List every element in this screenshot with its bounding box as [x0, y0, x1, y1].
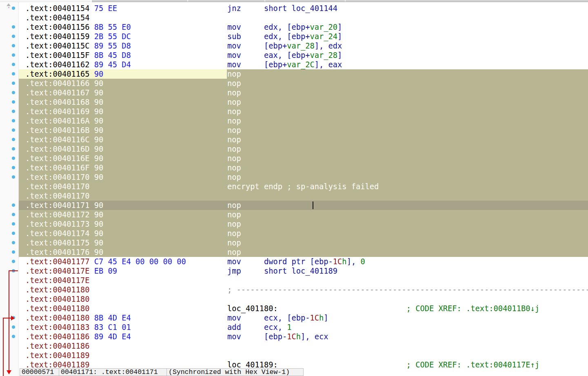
line-marker-dot-icon	[12, 250, 15, 254]
asm-text-segment	[103, 201, 227, 210]
asm-row[interactable]: .text:00401175 90 nop	[18, 238, 588, 248]
line-marker-dot-icon	[12, 325, 15, 329]
asm-row[interactable]: .text:00401154 75 EE jnz short loc_40114…	[18, 4, 588, 13]
asm-text-segment: 1	[287, 323, 291, 332]
asm-text-segment: nop	[227, 79, 241, 88]
asm-text-segment	[103, 98, 227, 106]
asm-row[interactable]: .text:0040116E 90 nop	[18, 154, 588, 163]
asm-row[interactable]: .text:00401166 90 nop	[18, 79, 588, 88]
asm-text-segment: ]	[337, 23, 342, 31]
asm-text-segment	[103, 173, 227, 181]
asm-text-segment: h	[342, 257, 346, 266]
asm-row[interactable]: .text:00401171 90 nop	[18, 201, 588, 210]
asm-row[interactable]: .text:00401165 90 nop	[18, 69, 588, 79]
asm-text-segment: .text:00401156	[25, 23, 94, 31]
ida-disassembly-view: .text:00401154 75 EE jnz short loc_40114…	[0, 0, 588, 376]
toolbar-divider	[345, 0, 346, 2]
asm-row[interactable]: .text:00401174 90 nop	[18, 229, 588, 238]
asm-text-segment: nop	[227, 210, 241, 219]
toolbar-strip-left	[0, 0, 91, 2]
asm-text-segment: 83 C1 01	[94, 323, 131, 332]
asm-text-segment: mov eax, [ebp+	[227, 51, 310, 60]
asm-row[interactable]: .text:00401154	[18, 13, 588, 22]
asm-text-segment	[131, 32, 227, 41]
status-offset: 00000571	[20, 369, 59, 376]
asm-row[interactable]: .text:0040116B 90 nop	[18, 126, 588, 135]
asm-text-segment	[103, 220, 227, 228]
asm-row[interactable]: .text:00401186	[18, 341, 588, 351]
asm-text-segment: nop	[227, 239, 241, 247]
asm-text-segment: nop	[227, 229, 241, 238]
asm-row[interactable]: .text:00401170 90 nop	[18, 173, 588, 182]
asm-row[interactable]: .text:00401170	[18, 191, 588, 201]
asm-text-segment: .text:00401166 90	[25, 79, 103, 88]
asm-text-segment: nop	[227, 98, 241, 106]
asm-row[interactable]: .text:0040117E	[18, 276, 588, 285]
asm-text-segment: .text:00401168 90	[25, 98, 103, 106]
asm-row[interactable]: .text:00401167 90 nop	[18, 88, 588, 97]
asm-text-segment	[103, 107, 227, 116]
asm-text-segment: .text:00401154	[25, 13, 90, 22]
asm-row[interactable]: .text:00401189	[18, 351, 588, 360]
asm-text-segment	[103, 154, 227, 163]
asm-row[interactable]: .text:00401156 8B 55 E0 mov edx, [ebp+va…	[18, 22, 588, 32]
asm-text-segment	[131, 23, 227, 31]
asm-row[interactable]: .text:00401172 90 nop	[18, 210, 588, 219]
asm-text-segment: nop	[227, 173, 241, 181]
asm-text-segment: mov [ebp+	[227, 60, 287, 69]
asm-rows-container: .text:00401154 75 EE jnz short loc_40114…	[18, 4, 588, 369]
asm-text-segment: encrypt endp ; sp-analysis failed	[227, 182, 379, 191]
asm-text-segment	[278, 361, 406, 369]
asm-row[interactable]: .text:0040117E EB 09 jmp short loc_40118…	[18, 266, 588, 276]
asm-row[interactable]: .text:0040116C 90 nop	[18, 135, 588, 144]
asm-text-segment	[103, 145, 227, 153]
line-marker-dot-icon	[12, 100, 15, 104]
asm-row[interactable]: .text:00401177 C7 45 E4 00 00 00 00 mov …	[18, 257, 588, 266]
asm-text-segment: .text:00401186	[25, 342, 90, 350]
asm-text-segment: 1C	[333, 257, 342, 266]
status-address: 00401171: .text:00401171	[59, 369, 166, 376]
line-marker-dot-icon	[12, 260, 15, 263]
asm-text-segment	[131, 314, 227, 322]
asm-text-segment: .text:00401173 90	[25, 220, 103, 228]
asm-row[interactable]: .text:0040115F 8B 45 D8 mov eax, [ebp+va…	[18, 51, 588, 60]
line-marker-dot-icon	[12, 175, 15, 179]
asm-text-segment: .text:00401170	[25, 182, 90, 191]
asm-row[interactable]: .text:0040116D 90 nop	[18, 144, 588, 154]
asm-row[interactable]: .text:00401180	[18, 294, 588, 304]
asm-text-segment: nop	[227, 117, 241, 125]
jump-arrows-gutter	[0, 0, 19, 376]
asm-text-segment: nop	[227, 164, 241, 172]
asm-row[interactable]: .text:00401169 90 nop	[18, 107, 588, 116]
line-marker-dot-icon	[12, 138, 15, 141]
asm-row[interactable]: .text:00401176 90 nop	[18, 248, 588, 257]
asm-row[interactable]: .text:00401170 encrypt endp ; sp-analysi…	[18, 182, 588, 191]
asm-text-segment: var_20	[310, 23, 338, 31]
line-marker-dot-icon	[12, 53, 15, 57]
asm-text-segment: 1C	[310, 314, 320, 322]
asm-text-segment	[131, 51, 227, 60]
disassembly-listing[interactable]: .text:00401154 75 EE jnz short loc_40114…	[18, 0, 588, 376]
asm-row[interactable]: .text:00401180 loc_401180: ; CODE XREF: …	[18, 304, 588, 313]
asm-text-segment	[131, 60, 227, 69]
asm-row[interactable]: .text:00401173 90 nop	[18, 219, 588, 229]
asm-row[interactable]: .text:00401168 90 nop	[18, 97, 588, 107]
asm-text-segment	[103, 135, 227, 144]
asm-text-segment	[186, 257, 227, 266]
asm-row[interactable]: .text:00401180 8B 4D E4 mov ecx, [ebp-1C…	[18, 313, 588, 323]
asm-row[interactable]: .text:0040116F 90 nop	[18, 163, 588, 173]
asm-text-segment: .text:00401177	[25, 257, 94, 266]
line-marker-dot-icon	[12, 110, 15, 113]
toolbar-divider	[264, 0, 265, 2]
asm-row[interactable]: .text:00401186 89 4D E4 mov [ebp-1Ch], e…	[18, 332, 588, 341]
line-marker-dot-icon	[12, 7, 15, 10]
asm-row[interactable]: .text:0040115C 89 55 D8 mov [ebp+var_28]…	[18, 41, 588, 51]
asm-row[interactable]: .text:00401183 83 C1 01 add ecx, 1	[18, 323, 588, 332]
asm-row[interactable]: .text:00401159 2B 55 DC sub edx, [ebp+va…	[18, 32, 588, 41]
asm-text-segment: .text:00401167 90	[25, 88, 103, 97]
asm-row[interactable]: .text:00401180 ; -----------------------…	[18, 285, 588, 294]
asm-text-segment: 8B 45 D8	[94, 51, 131, 60]
asm-text-segment: nop	[227, 126, 241, 135]
asm-row[interactable]: .text:00401162 89 45 D4 mov [ebp+var_2C]…	[18, 60, 588, 69]
asm-row[interactable]: .text:0040116A 90 nop	[18, 116, 588, 126]
